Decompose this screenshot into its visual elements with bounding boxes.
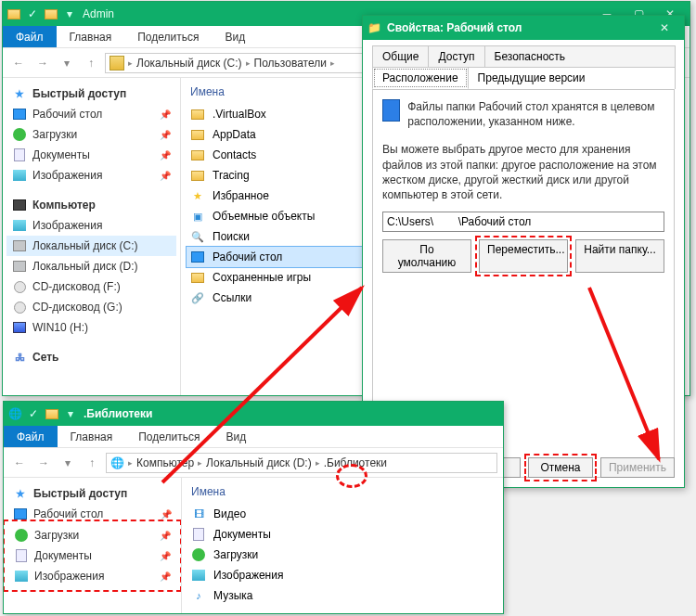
explorer-window-libraries: 🌐 ✓ ▾ .Библиотеки Файл Главная Поделитьс…: [3, 401, 504, 614]
tab-previous-versions[interactable]: Предыдущие версии: [468, 67, 676, 89]
quick-access[interactable]: ★Быстрый доступ: [6, 83, 176, 104]
nav-cd-f[interactable]: CD-дисковод (F:): [6, 276, 176, 297]
back-button[interactable]: ←: [8, 53, 29, 73]
qat-folder-icon[interactable]: [45, 406, 59, 421]
history-dropdown[interactable]: ▾: [57, 53, 77, 73]
crumb-disk-c[interactable]: Локальный диск (C:): [136, 57, 242, 70]
nav-documents[interactable]: Документы📌: [8, 545, 176, 566]
dialog-titlebar[interactable]: 📁 Свойства: Рабочий стол ✕: [363, 16, 684, 40]
nav-desktop[interactable]: Рабочий стол📌: [6, 104, 176, 124]
nav-pictures2[interactable]: Изображения: [6, 215, 176, 236]
forward-button[interactable]: →: [33, 453, 54, 473]
app-icon: 🌐: [110, 456, 124, 469]
folder-pictures[interactable]: Изображения: [187, 565, 497, 585]
apply-button[interactable]: Применить: [600, 457, 675, 478]
column-header-name[interactable]: Имена: [187, 483, 497, 504]
titlebar[interactable]: 🌐 ✓ ▾ .Библиотеки: [4, 402, 503, 426]
pin-icon: 📌: [160, 130, 171, 140]
nav-disk-d[interactable]: Локальный диск (D:): [6, 256, 176, 276]
nav-pictures[interactable]: Изображения📌: [8, 566, 176, 586]
back-button[interactable]: ←: [9, 453, 30, 473]
nav-network[interactable]: 🖧Сеть: [6, 347, 176, 367]
nav-cd-g[interactable]: CD-дисковод (G:): [6, 297, 176, 317]
chevron-right-icon: ▸: [246, 58, 251, 68]
nav-disk-c[interactable]: Локальный диск (C:): [6, 236, 176, 256]
cancel-button[interactable]: Отмена: [528, 457, 593, 478]
window-title: .Библиотеки: [84, 407, 152, 420]
share-tab[interactable]: Поделиться: [124, 26, 212, 47]
qat-dropdown-icon[interactable]: ▾: [63, 406, 78, 421]
folder-downloads[interactable]: Загрузки: [187, 545, 497, 565]
qat-check-icon[interactable]: ✓: [25, 6, 40, 21]
folder-videos[interactable]: 🎞Видео: [187, 504, 497, 524]
folder-documents[interactable]: Документы: [187, 524, 497, 545]
share-tab[interactable]: Поделиться: [125, 426, 213, 447]
nav-computer[interactable]: Компьютер: [6, 195, 176, 215]
view-tab[interactable]: Вид: [213, 426, 259, 447]
tab-location[interactable]: Расположение: [372, 67, 469, 89]
folder-icon: [6, 6, 21, 21]
forward-button[interactable]: →: [32, 53, 53, 73]
find-target-button[interactable]: Найти папку...: [575, 239, 664, 273]
crumb-disk-d[interactable]: Локальный диск (D:): [206, 456, 312, 469]
folder-large-icon: [382, 99, 400, 122]
navigation-pane: ★Быстрый доступ Рабочий стол📌 Загрузки📌 …: [3, 78, 181, 395]
highlight-circle: [336, 464, 367, 488]
dialog-close-button[interactable]: ✕: [649, 16, 680, 40]
highlighted-nav-items: Загрузки📌 Документы📌 Изображения📌: [7, 524, 177, 587]
nav-downloads[interactable]: Загрузки📌: [8, 525, 176, 545]
qat-dropdown-icon[interactable]: ▾: [62, 6, 77, 21]
address-bar: ← → ▾ ↑ 🌐 ▸ Компьютер ▸ Локальный диск (…: [4, 448, 503, 478]
navigation-pane: ★Быстрый доступ Рабочий стол📌 Загрузки📌 …: [4, 478, 182, 613]
file-tab[interactable]: Файл: [3, 26, 57, 47]
nav-desktop[interactable]: Рабочий стол📌: [7, 504, 177, 524]
location-description-2: Вы можете выбрать другое место для хране…: [382, 142, 664, 202]
dialog-title: Свойства: Рабочий стол: [387, 21, 522, 34]
move-button[interactable]: Переместить...: [479, 239, 568, 273]
up-button[interactable]: ↑: [81, 53, 101, 73]
tab-general[interactable]: Общие: [372, 45, 429, 67]
nav-pictures[interactable]: Изображения📌: [6, 165, 176, 186]
qat-folder-icon[interactable]: [44, 6, 58, 21]
folder-icon: 📁: [367, 20, 381, 35]
crumb-users[interactable]: Пользователи: [254, 57, 327, 70]
window-title: Admin: [83, 7, 114, 20]
history-dropdown[interactable]: ▾: [58, 453, 78, 473]
home-tab[interactable]: Главная: [58, 426, 126, 447]
tab-security[interactable]: Безопасность: [484, 45, 676, 67]
pin-icon: 📌: [160, 150, 171, 160]
nav-win10[interactable]: WIN10 (H:): [6, 317, 176, 338]
home-tab[interactable]: Главная: [57, 26, 125, 47]
crumb-computer[interactable]: Компьютер: [136, 456, 194, 469]
app-icon: 🌐: [7, 406, 22, 421]
quick-access[interactable]: ★Быстрый доступ: [7, 483, 177, 504]
content-pane: Имена 🎞Видео Документы Загрузки Изображе…: [182, 478, 503, 613]
up-button[interactable]: ↑: [82, 453, 102, 473]
nav-documents[interactable]: Документы📌: [6, 145, 176, 165]
location-description-1: Файлы папки Рабочий стол хранятся в целе…: [407, 99, 664, 129]
qat-check-icon[interactable]: ✓: [26, 406, 41, 421]
pin-icon: 📌: [160, 171, 171, 181]
nav-downloads[interactable]: Загрузки📌: [6, 124, 176, 145]
view-tab[interactable]: Вид: [212, 26, 258, 47]
tab-sharing[interactable]: Доступ: [428, 45, 484, 67]
chevron-right-icon: ▸: [128, 58, 133, 68]
chevron-right-icon: ▸: [330, 58, 335, 68]
folder-music[interactable]: ♪Музыка: [187, 585, 497, 606]
disk-icon: [110, 56, 124, 71]
breadcrumb[interactable]: 🌐 ▸ Компьютер ▸ Локальный диск (D:) ▸ .Б…: [106, 453, 497, 473]
ribbon: Файл Главная Поделиться Вид: [4, 426, 503, 448]
pin-icon: 📌: [160, 109, 171, 120]
file-tab[interactable]: Файл: [4, 426, 58, 447]
path-input[interactable]: [382, 212, 664, 232]
restore-default-button[interactable]: По умолчанию: [382, 239, 471, 273]
